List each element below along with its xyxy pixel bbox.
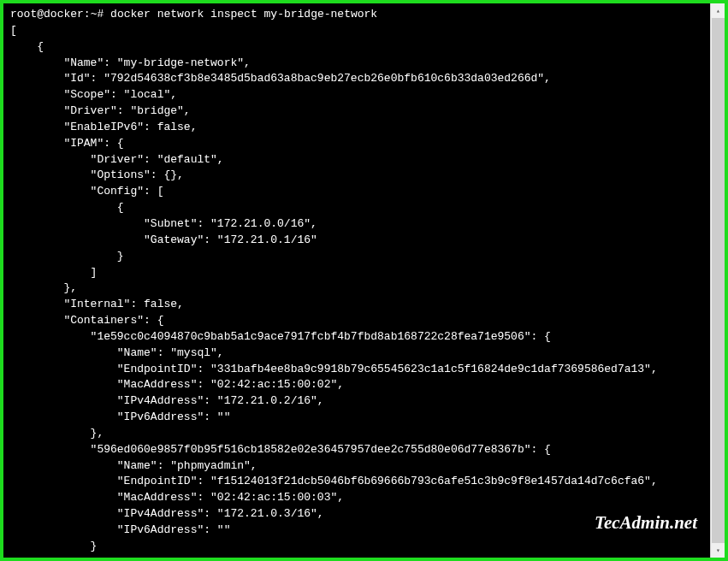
scrollbar-track[interactable] (711, 18, 725, 543)
terminal-output[interactable]: root@docker:~# docker network inspect my… (3, 3, 725, 558)
prompt-symbol: # (97, 8, 104, 21)
scrollbar[interactable]: ▴ ▾ (710, 3, 725, 558)
scroll-up-arrow-icon[interactable]: ▴ (711, 3, 725, 18)
json-output: [ { "Name": "my-bridge-network", "Id": "… (10, 24, 658, 558)
scrollbar-thumb[interactable] (712, 18, 725, 543)
prompt-colon: : (84, 8, 91, 21)
prompt-host: docker (44, 8, 84, 21)
prompt-user: root (10, 8, 37, 21)
scroll-down-arrow-icon[interactable]: ▾ (711, 543, 725, 558)
prompt-at: @ (37, 8, 44, 21)
command-text: docker network inspect my-bridge-network (110, 8, 377, 21)
terminal-window: root@docker:~# docker network inspect my… (3, 3, 725, 558)
